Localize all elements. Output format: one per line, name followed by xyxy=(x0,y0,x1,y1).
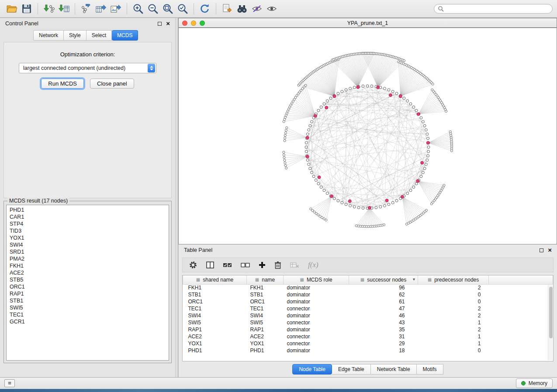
import-table-button[interactable] xyxy=(56,2,71,15)
cell-name[interactable]: SWI4 xyxy=(247,312,284,319)
list-item[interactable]: RAP1 xyxy=(10,290,166,297)
show-column-button[interactable] xyxy=(206,261,214,268)
hide-selected-button[interactable] xyxy=(249,2,264,15)
cell-shared_name[interactable]: RAP1 xyxy=(183,326,247,333)
list-item[interactable]: TEC1 xyxy=(10,311,166,318)
table-row[interactable]: ACE2ACE2connector311 xyxy=(183,333,553,340)
column-header-name[interactable]: ▦name xyxy=(247,275,284,284)
refresh-view-button[interactable] xyxy=(197,2,212,15)
cell-successor_nodes[interactable]: 96 xyxy=(349,284,418,291)
cell-mcds_role[interactable]: dominator xyxy=(284,284,349,291)
cell-predecessor_nodes[interactable]: 2 xyxy=(418,312,489,319)
cell-name[interactable]: SWI5 xyxy=(247,319,284,326)
export-network-button[interactable] xyxy=(79,2,93,15)
column-header-successor-nodes[interactable]: ▦successor nodes▾ xyxy=(349,275,418,284)
import-network-button[interactable] xyxy=(42,2,56,15)
table-row[interactable]: PHD1PHD1dominator180 xyxy=(183,347,553,354)
show-all-button[interactable] xyxy=(264,2,279,15)
table-row[interactable]: FKH1FKH1dominator962 xyxy=(183,284,553,291)
network-canvas[interactable] xyxy=(179,28,557,244)
tab-mcds[interactable]: MCDS xyxy=(112,30,138,41)
list-item[interactable]: GCR1 xyxy=(10,318,166,325)
cell-shared_name[interactable]: STB1 xyxy=(183,291,247,298)
cell-mcds_role[interactable]: connector xyxy=(284,319,349,326)
cell-name[interactable]: ORC1 xyxy=(247,298,284,305)
table-row[interactable]: TEC1TEC1connector472 xyxy=(183,305,553,312)
float-panel-icon[interactable] xyxy=(540,248,543,252)
delete-column-button[interactable] xyxy=(274,261,281,269)
zoom-in-button[interactable] xyxy=(131,2,145,15)
network-window-titlebar[interactable]: YPA_prune.txt_1 xyxy=(179,18,557,28)
sort-chevron-icon[interactable]: ▾ xyxy=(413,277,415,282)
close-panel-icon[interactable]: × xyxy=(548,248,552,252)
search-neighbors-button[interactable] xyxy=(235,2,249,15)
tab-select[interactable]: Select xyxy=(86,30,112,41)
list-item[interactable]: CAR1 xyxy=(10,213,166,220)
open-file-button[interactable] xyxy=(4,2,19,15)
table-row[interactable]: SWI4SWI4dominator462 xyxy=(183,312,553,319)
function-builder-button[interactable]: f(x) xyxy=(308,261,318,269)
cell-shared_name[interactable]: PHD1 xyxy=(183,347,247,354)
cell-successor_nodes[interactable]: 47 xyxy=(349,305,418,312)
list-item[interactable]: SWI4 xyxy=(10,241,166,248)
cell-successor_nodes[interactable]: 18 xyxy=(349,347,418,354)
table-row[interactable]: ORC1ORC1dominator610 xyxy=(183,298,553,305)
cell-shared_name[interactable]: TEC1 xyxy=(183,305,247,312)
list-item[interactable]: ORC1 xyxy=(10,283,166,290)
cell-predecessor_nodes[interactable]: 2 xyxy=(418,326,489,333)
cell-mcds_role[interactable]: dominator xyxy=(284,326,349,333)
list-item[interactable]: ACE2 xyxy=(10,269,166,276)
zoom-out-button[interactable] xyxy=(145,2,160,15)
cell-name[interactable]: ACE2 xyxy=(247,333,284,340)
list-item[interactable]: PMA2 xyxy=(10,255,166,262)
list-item[interactable]: PHD1 xyxy=(10,206,166,213)
cell-predecessor_nodes[interactable]: 0 xyxy=(418,347,489,354)
deselect-all-button[interactable] xyxy=(241,262,250,268)
cell-successor_nodes[interactable]: 29 xyxy=(349,340,418,347)
close-panel-icon[interactable]: × xyxy=(166,21,170,26)
run-mcds-button[interactable]: Run MCDS xyxy=(41,79,84,89)
zoom-selected-button[interactable] xyxy=(175,2,190,15)
cell-mcds_role[interactable]: connector xyxy=(284,333,349,340)
network-graph[interactable] xyxy=(179,28,557,244)
list-item[interactable]: SWI5 xyxy=(10,304,166,311)
tab-motifs[interactable]: Motifs xyxy=(417,364,443,375)
cell-shared_name[interactable]: SWI4 xyxy=(183,312,247,319)
copy-document-button[interactable] xyxy=(220,2,235,15)
cell-mcds_role[interactable]: dominator xyxy=(284,298,349,305)
cell-name[interactable]: FKH1 xyxy=(247,284,284,291)
cell-name[interactable]: RAP1 xyxy=(247,326,284,333)
table-row[interactable]: SWI5SWI5connector431 xyxy=(183,319,553,326)
create-column-button[interactable] xyxy=(259,261,266,268)
list-item[interactable]: TID3 xyxy=(10,227,166,234)
delete-table-button[interactable] xyxy=(290,262,299,268)
cell-successor_nodes[interactable]: 61 xyxy=(349,298,418,305)
list-item[interactable]: STP4 xyxy=(10,220,166,227)
cell-successor_nodes[interactable]: 31 xyxy=(349,333,418,340)
tab-network-table[interactable]: Network Table xyxy=(371,364,417,375)
cell-predecessor_nodes[interactable]: 0 xyxy=(418,298,489,305)
column-header-predecessor-nodes[interactable]: ▦predecessor nodes xyxy=(418,275,489,284)
list-item[interactable]: SRD1 xyxy=(10,248,166,255)
cell-successor_nodes[interactable]: 46 xyxy=(349,312,418,319)
close-panel-button[interactable]: Close panel xyxy=(90,79,134,89)
tab-network[interactable]: Network xyxy=(33,30,64,41)
cell-predecessor_nodes[interactable]: 2 xyxy=(418,284,489,291)
cell-shared_name[interactable]: SWI5 xyxy=(183,319,247,326)
column-header-MCDS-role[interactable]: ▦MCDS role xyxy=(284,275,349,284)
list-item[interactable]: STB1 xyxy=(10,297,166,304)
cell-mcds_role[interactable]: dominator xyxy=(284,291,349,298)
cell-mcds_role[interactable]: dominator xyxy=(284,312,349,319)
export-image-button[interactable] xyxy=(108,2,123,15)
criterion-select[interactable]: largest connected component (undirected) xyxy=(19,63,156,73)
tab-node-table[interactable]: Node Table xyxy=(292,364,332,375)
cell-predecessor_nodes[interactable]: 2 xyxy=(418,305,489,312)
memory-button[interactable]: Memory xyxy=(516,378,553,388)
cell-mcds_role[interactable]: connector xyxy=(284,305,349,312)
cell-mcds_role[interactable]: dominator xyxy=(284,347,349,354)
search-input[interactable] xyxy=(444,6,549,12)
cell-mcds_role[interactable]: connector xyxy=(284,340,349,347)
column-header-shared-name[interactable]: ▦shared name xyxy=(183,275,247,284)
table-row[interactable]: YOX1YOX1connector291 xyxy=(183,340,553,347)
list-item[interactable]: YOX1 xyxy=(10,234,166,241)
